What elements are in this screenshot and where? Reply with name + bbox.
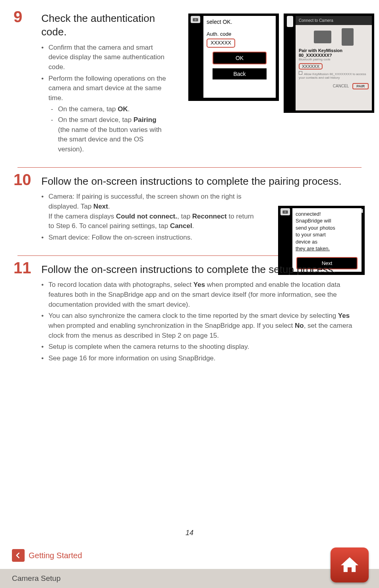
phone-header: Connect to Camera [296,16,372,25]
phone-illustration [299,28,369,46]
back-nav[interactable]: Getting Started [12,549,82,562]
camera-icon [280,208,290,215]
step9-sub-1: On the camera, tap OK. [48,104,171,114]
step11-bullet-2: You can also synchronize the camera cloc… [41,311,362,340]
home-icon [339,555,360,575]
step-9-number: 9 [14,8,22,26]
step-10-title: Follow the on-screen instructions to com… [41,175,362,188]
step11-bullet-4: See page 16 for more information on usin… [41,354,362,364]
phone-allow-text: Allow KeyMission 80_XXXXXXXX to access y… [299,71,369,80]
cam-auth-code: XXXXXX [207,39,235,48]
phone-pair-line2: 80_XXXXXXXX? [299,53,369,58]
home-button[interactable] [331,547,369,582]
cam-select-ok-text: select OK. [207,18,273,25]
msg-line-6: they are taken. [296,245,358,252]
camera-icon [191,16,200,23]
msg-line-2: SnapBridge will [296,217,358,224]
step-10-number: 10 [14,171,31,189]
cam-ok-button[interactable]: OK [213,52,267,64]
phone-cancel-button[interactable]: CANCEL [333,84,349,88]
step-11-title: Follow the on-screen instructions to com… [41,263,362,277]
phone-bt-label: Bluetooth pairing code [299,58,369,62]
cam-auth-label: Auth. code [207,31,273,38]
step11-bullet-1: To record location data with photographs… [41,280,362,309]
svg-point-1 [194,19,196,21]
msg-line-5: device as [296,238,358,246]
msg-line-1: connected! [296,211,358,218]
step11-bullet-3: Setup is complete when the camera return… [41,342,362,352]
msg-line-4: to your smart [296,231,358,238]
page-number: 14 [0,529,379,537]
cam-back-button[interactable]: Back [213,68,267,79]
back-arrow-icon [12,549,25,562]
phone-pair-button[interactable]: PAIR [352,83,369,89]
footer-bar: Camera Setup [0,569,379,588]
phone-pair-line1: Pair with KeyMission [299,48,369,53]
phone-icon [287,16,293,27]
step9-camera-screen: select OK. Auth. code XXXXXX OK Back [188,14,279,101]
svg-point-3 [284,211,286,213]
step9-sub-2: On the smart device, tap Pairing (the na… [48,115,171,155]
phone-code-box: XXXXXX [299,63,323,70]
step-11-number: 11 [14,259,31,277]
msg-line-3: send your photos [296,224,358,232]
step9-phone-screen: Connect to Camera Pair with KeyMission 8… [284,14,374,113]
back-nav-label: Getting Started [29,551,82,560]
footer-bar-label: Camera Setup [12,574,61,583]
